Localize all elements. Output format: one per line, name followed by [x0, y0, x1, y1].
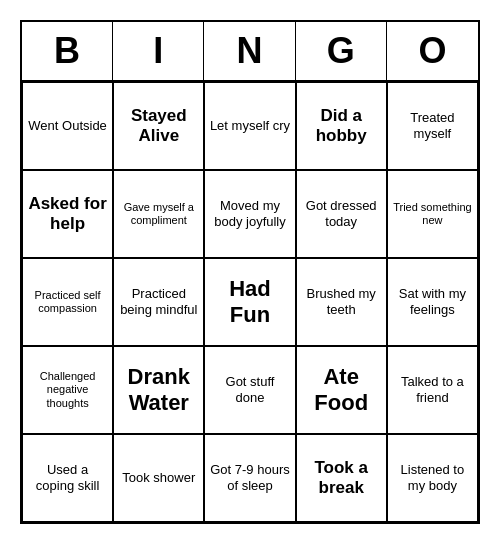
- bingo-cell[interactable]: Got 7-9 hours of sleep: [204, 434, 295, 522]
- bingo-cell[interactable]: Sat with my feelings: [387, 258, 478, 346]
- cell-text: Practiced being mindful: [118, 286, 199, 317]
- bingo-cell[interactable]: Used a coping skill: [22, 434, 113, 522]
- cell-text: Took shower: [122, 470, 195, 486]
- cell-text: Sat with my feelings: [392, 286, 473, 317]
- bingo-grid: Went OutsideStayed AliveLet myself cryDi…: [22, 82, 478, 522]
- bingo-cell[interactable]: Brushed my teeth: [296, 258, 387, 346]
- header-letter: B: [22, 22, 113, 80]
- header-letter: I: [113, 22, 204, 80]
- bingo-header: BINGO: [22, 22, 478, 82]
- cell-text: Used a coping skill: [27, 462, 108, 493]
- bingo-cell[interactable]: Treated myself: [387, 82, 478, 170]
- cell-text: Tried something new: [392, 201, 473, 227]
- cell-text: Brushed my teeth: [301, 286, 382, 317]
- cell-text: Stayed Alive: [118, 106, 199, 147]
- bingo-cell[interactable]: Practiced being mindful: [113, 258, 204, 346]
- cell-text: Asked for help: [27, 194, 108, 235]
- cell-text: Had Fun: [209, 276, 290, 329]
- bingo-cell[interactable]: Tried something new: [387, 170, 478, 258]
- bingo-cell[interactable]: Took shower: [113, 434, 204, 522]
- bingo-cell[interactable]: Got dressed today: [296, 170, 387, 258]
- bingo-cell[interactable]: Went Outside: [22, 82, 113, 170]
- cell-text: Treated myself: [392, 110, 473, 141]
- cell-text: Went Outside: [28, 118, 107, 134]
- cell-text: Challenged negative thoughts: [27, 370, 108, 410]
- bingo-card: BINGO Went OutsideStayed AliveLet myself…: [20, 20, 480, 524]
- header-letter: G: [296, 22, 387, 80]
- bingo-cell[interactable]: Let myself cry: [204, 82, 295, 170]
- bingo-cell[interactable]: Asked for help: [22, 170, 113, 258]
- cell-text: Talked to a friend: [392, 374, 473, 405]
- cell-text: Let myself cry: [210, 118, 290, 134]
- cell-text: Got stuff done: [209, 374, 290, 405]
- cell-text: Practiced self compassion: [27, 289, 108, 315]
- bingo-cell[interactable]: Took a break: [296, 434, 387, 522]
- cell-text: Moved my body joyfully: [209, 198, 290, 229]
- cell-text: Drank Water: [118, 364, 199, 417]
- bingo-cell[interactable]: Had Fun: [204, 258, 295, 346]
- bingo-cell[interactable]: Did a hobby: [296, 82, 387, 170]
- cell-text: Got dressed today: [301, 198, 382, 229]
- bingo-cell[interactable]: Practiced self compassion: [22, 258, 113, 346]
- header-letter: O: [387, 22, 478, 80]
- cell-text: Took a break: [301, 458, 382, 499]
- cell-text: Listened to my body: [392, 462, 473, 493]
- bingo-cell[interactable]: Drank Water: [113, 346, 204, 434]
- cell-text: Got 7-9 hours of sleep: [209, 462, 290, 493]
- bingo-cell[interactable]: Talked to a friend: [387, 346, 478, 434]
- bingo-cell[interactable]: Gave myself a compliment: [113, 170, 204, 258]
- bingo-cell[interactable]: Stayed Alive: [113, 82, 204, 170]
- bingo-cell[interactable]: Challenged negative thoughts: [22, 346, 113, 434]
- cell-text: Ate Food: [301, 364, 382, 417]
- bingo-cell[interactable]: Ate Food: [296, 346, 387, 434]
- cell-text: Gave myself a compliment: [118, 201, 199, 227]
- cell-text: Did a hobby: [301, 106, 382, 147]
- header-letter: N: [204, 22, 295, 80]
- bingo-cell[interactable]: Got stuff done: [204, 346, 295, 434]
- bingo-cell[interactable]: Listened to my body: [387, 434, 478, 522]
- bingo-cell[interactable]: Moved my body joyfully: [204, 170, 295, 258]
